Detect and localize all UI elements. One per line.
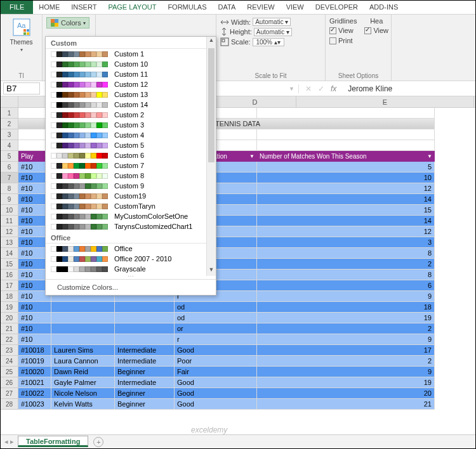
row-header[interactable]: 20 <box>1 313 18 323</box>
color-theme-item[interactable]: Custom 11 <box>46 69 216 79</box>
cell: #10018 <box>18 345 51 356</box>
row-header[interactable]: 4 <box>1 140 18 151</box>
tab-home[interactable]: HOME <box>33 1 65 14</box>
cell: Dawn Reid <box>51 367 115 377</box>
tab-view[interactable]: VIEW <box>281 1 310 14</box>
color-theme-item[interactable]: Custom 5 <box>46 140 216 150</box>
scroll-up-icon[interactable]: ▲ <box>207 37 216 46</box>
fx-icon[interactable]: fx <box>331 84 336 93</box>
color-theme-item[interactable]: MyCustomColorSetOne <box>46 211 216 221</box>
headings-view-check[interactable] <box>364 27 371 34</box>
row-header[interactable]: 25 <box>1 367 18 377</box>
row-header[interactable]: 11 <box>1 216 18 226</box>
gridlines-view-check[interactable] <box>329 27 336 34</box>
gridlines-print-check[interactable] <box>329 37 336 44</box>
color-theme-item[interactable]: Custom 8 <box>46 171 216 181</box>
cell: Good <box>175 399 257 410</box>
formula-value[interactable]: Jerome Kline <box>343 84 392 93</box>
cell: 6 <box>257 280 435 291</box>
col-header-d[interactable]: D <box>214 96 296 107</box>
theme-label: Custom 6 <box>114 152 144 159</box>
svg-rect-7 <box>55 19 58 23</box>
color-theme-item[interactable]: Custom 2 <box>46 110 216 120</box>
tab-file[interactable]: FILE <box>1 1 33 14</box>
theme-label: Custom 7 <box>114 162 144 169</box>
sheet-tab-active[interactable]: TableFormatting <box>18 436 88 447</box>
color-theme-item[interactable]: Office <box>46 244 216 254</box>
tab-review[interactable]: REVIEW <box>241 1 280 14</box>
cell: 10 <box>257 172 435 183</box>
row-header[interactable]: 18 <box>1 291 18 302</box>
color-theme-item[interactable]: Custom 13 <box>46 89 216 100</box>
customize-colors-item[interactable]: Customize Colors... <box>46 279 216 295</box>
row-header[interactable]: 2 <box>1 119 18 129</box>
tab-formulas[interactable]: FORMULAS <box>162 1 212 14</box>
col-header-e[interactable]: E <box>296 96 474 107</box>
row-header[interactable]: 5 <box>1 151 18 162</box>
color-theme-item[interactable]: Custom 7 <box>46 160 216 171</box>
row-header[interactable]: 19 <box>1 302 18 313</box>
color-theme-item[interactable]: Custom19 <box>46 191 216 201</box>
tab-insert[interactable]: INSERT <box>65 1 102 14</box>
row-header[interactable]: 8 <box>1 183 18 194</box>
row-header[interactable]: 24 <box>1 356 18 367</box>
row-header[interactable]: 26 <box>1 377 18 388</box>
row-header[interactable]: 3 <box>1 129 18 140</box>
tab-addins[interactable]: ADD-INS <box>364 1 404 14</box>
row-header[interactable]: 23 <box>1 345 18 356</box>
row-header[interactable]: 6 <box>1 162 18 172</box>
cell <box>257 129 435 140</box>
color-theme-item[interactable]: Custom 12 <box>46 79 216 89</box>
row-header[interactable]: 16 <box>1 270 18 280</box>
cell: 12 <box>257 226 435 237</box>
row-header[interactable]: 15 <box>1 259 18 270</box>
row-header[interactable]: 13 <box>1 237 18 248</box>
row-header[interactable]: 27 <box>1 388 18 399</box>
row-header[interactable]: 1 <box>1 108 18 119</box>
themes-button[interactable]: Aa Themes ▾ <box>10 17 32 53</box>
color-theme-item[interactable]: Custom 14 <box>46 100 216 110</box>
enter-icon[interactable]: ✓ <box>318 84 324 93</box>
tab-data[interactable]: DATA <box>213 1 242 14</box>
name-box[interactable] <box>3 82 40 94</box>
color-theme-item[interactable]: TarynsCustomizedChart1 <box>46 221 216 231</box>
row-header[interactable]: 17 <box>1 280 18 291</box>
cell <box>257 108 435 119</box>
scroll-thumb[interactable] <box>208 48 215 162</box>
row-header[interactable]: 7 <box>1 172 18 183</box>
height-select[interactable]: Automatic ▾ <box>254 28 292 36</box>
color-theme-item[interactable]: Custom 3 <box>46 120 216 130</box>
ribbon-tab-strip: FILE HOME INSERT PAGE LAYOUT FORMULAS DA… <box>1 1 475 15</box>
color-theme-item[interactable]: CustomTaryn <box>46 201 216 211</box>
scale-input[interactable]: 100% ▴▾ <box>253 38 284 46</box>
color-theme-item[interactable]: Custom 1 <box>46 49 216 59</box>
color-theme-item[interactable]: Custom 9 <box>46 181 216 191</box>
colors-dropdown: Custom Custom 1Custom 10Custom 11Custom … <box>45 36 216 296</box>
color-theme-item[interactable]: Custom 4 <box>46 130 216 140</box>
sheet-nav-prev[interactable]: ▸ <box>10 438 14 446</box>
cell: Good <box>175 388 257 399</box>
colors-button[interactable]: Colors ▾ <box>46 17 89 29</box>
row-header[interactable]: 9 <box>1 194 18 205</box>
tab-developer[interactable]: DEVELOPER <box>310 1 364 14</box>
row-header[interactable]: 21 <box>1 323 18 334</box>
row-header[interactable]: 12 <box>1 226 18 237</box>
color-theme-item[interactable]: Custom 10 <box>46 59 216 69</box>
row-header[interactable]: 28 <box>1 399 18 410</box>
color-theme-item[interactable]: Custom 6 <box>46 150 216 160</box>
dd-scrollbar[interactable]: ▲ ▼ <box>206 37 216 276</box>
color-theme-item[interactable]: Office 2007 - 2010 <box>46 254 216 264</box>
th-matches[interactable]: Number of Matches Won This Season▼ <box>257 151 435 162</box>
cell: 9 <box>257 334 435 345</box>
row-header[interactable]: 14 <box>1 248 18 259</box>
theme-label: Custom 3 <box>114 121 144 129</box>
theme-label: Office <box>114 245 133 252</box>
tab-page-layout[interactable]: PAGE LAYOUT <box>102 1 162 14</box>
width-select[interactable]: Automatic ▾ <box>253 18 291 26</box>
sheet-nav-first[interactable]: ◂ <box>4 438 8 446</box>
add-sheet-button[interactable]: + <box>93 437 103 447</box>
cancel-icon[interactable]: ✕ <box>305 84 312 93</box>
row-header[interactable]: 22 <box>1 334 18 345</box>
scroll-down-icon[interactable]: ▼ <box>207 266 216 276</box>
row-header[interactable]: 10 <box>1 205 18 216</box>
